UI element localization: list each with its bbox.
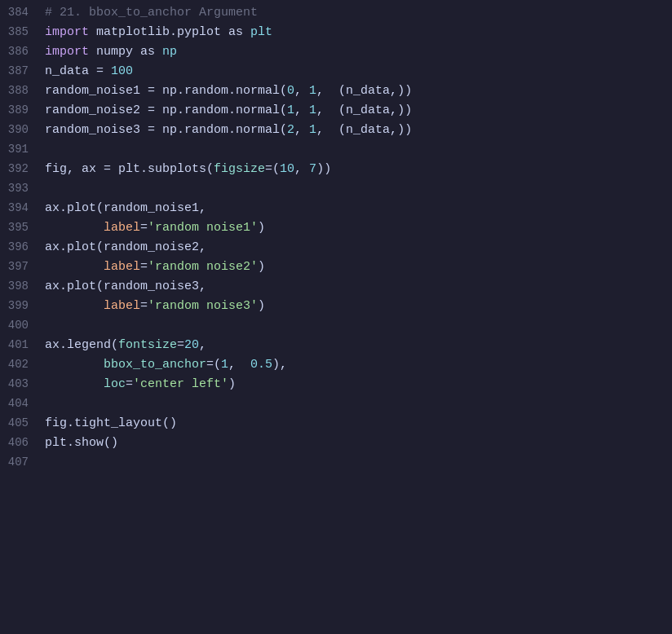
line-number: 401 <box>0 336 38 355</box>
code-token: = <box>126 375 133 394</box>
code-token: =( <box>265 160 280 178</box>
code-line: bbox_to_anchor=(1, 0.5), <box>45 355 672 375</box>
code-token: 1 <box>309 121 316 139</box>
code-token: 1 <box>287 101 294 120</box>
code-token: figsize <box>214 160 265 178</box>
code-editor: 3843853863873883893903913923933943953963… <box>0 0 672 634</box>
line-number: 390 <box>0 121 38 140</box>
line-number: 387 <box>0 62 38 81</box>
code-token: plt <box>250 23 272 42</box>
line-number: 407 <box>0 453 38 473</box>
code-line: import matplotlib.pyplot as plt <box>45 23 672 42</box>
code-token: 'random noise3' <box>148 297 258 315</box>
code-line: loc='center left') <box>45 375 672 394</box>
code-token: 20 <box>184 336 199 354</box>
code-line: fig.tight_layout() <box>45 414 672 434</box>
code-token <box>45 355 104 374</box>
code-token: = <box>140 218 148 237</box>
code-line <box>45 179 672 199</box>
code-token <box>155 42 162 61</box>
code-token: 10 <box>280 160 294 178</box>
code-token: ) <box>258 297 265 315</box>
line-number: 405 <box>0 414 38 434</box>
code-token: 'random noise1' <box>148 218 258 237</box>
code-token: , (n_data,)) <box>316 121 412 139</box>
code-line <box>45 453 672 473</box>
code-line: plt.show() <box>45 434 672 453</box>
line-number: 391 <box>0 140 38 160</box>
code-token: ) <box>228 375 236 394</box>
code-token: ax.plot(random_noise2, <box>45 238 206 257</box>
code-token: random_noise3 = np.random.normal( <box>45 121 287 139</box>
code-token: 1 <box>309 101 316 120</box>
line-number: 393 <box>0 179 38 199</box>
code-token: 2 <box>287 121 294 139</box>
code-token: n_data <box>45 62 96 81</box>
code-token: , <box>294 81 309 100</box>
code-line: ax.legend(fontsize=20, <box>45 336 672 355</box>
code-token: 'random noise2' <box>148 258 258 276</box>
code-token: label <box>104 258 140 276</box>
code-token: loc <box>104 375 126 394</box>
line-number: 385 <box>0 23 38 42</box>
line-number: 406 <box>0 434 38 453</box>
line-number: 397 <box>0 258 38 277</box>
line-number: 392 <box>0 160 38 179</box>
code-token <box>45 218 104 237</box>
code-token: np <box>162 42 177 61</box>
code-token: = <box>140 297 148 315</box>
code-token: fontsize <box>118 336 177 354</box>
code-token: ) <box>258 258 265 276</box>
line-number: 403 <box>0 375 38 394</box>
code-token: ax.plot(random_noise3, <box>45 277 206 296</box>
code-token: , <box>294 121 309 139</box>
line-number: 389 <box>0 101 38 121</box>
code-line: random_noise3 = np.random.normal(2, 1, (… <box>45 121 672 140</box>
code-token: =( <box>206 355 221 374</box>
code-line: random_noise2 = np.random.normal(1, 1, (… <box>45 101 672 121</box>
line-numbers: 3843853863873883893903913923933943953963… <box>0 2 45 634</box>
code-token: import <box>45 42 89 61</box>
code-token: = <box>140 258 148 276</box>
code-token: 7 <box>309 160 316 178</box>
code-token: 100 <box>111 62 133 81</box>
code-token <box>243 23 250 42</box>
code-token: = <box>177 336 184 354</box>
line-number: 384 <box>0 3 38 23</box>
code-token: , (n_data,)) <box>316 101 412 120</box>
line-number: 388 <box>0 81 38 101</box>
code-token: ), <box>272 355 287 374</box>
code-line <box>45 316 672 336</box>
code-token: # 21. bbox_to_anchor Argument <box>45 3 258 22</box>
code-line: label='random noise3') <box>45 297 672 316</box>
code-token: ) <box>258 218 265 237</box>
line-number: 404 <box>0 394 38 414</box>
code-token: bbox_to_anchor <box>104 355 206 374</box>
code-token: ax.plot(random_noise1, <box>45 199 206 218</box>
line-number: 398 <box>0 277 38 297</box>
code-token: fig, ax = plt.subplots( <box>45 160 214 178</box>
code-token: 0 <box>287 81 294 100</box>
code-token: = <box>96 62 111 81</box>
line-number: 402 <box>0 355 38 375</box>
line-number: 395 <box>0 218 38 238</box>
code-token <box>45 375 104 394</box>
code-token: import <box>45 23 89 42</box>
code-line: label='random noise2') <box>45 258 672 277</box>
code-line <box>45 394 672 414</box>
code-token: 0.5 <box>250 355 272 374</box>
code-token: , <box>294 160 309 178</box>
code-line: ax.plot(random_noise1, <box>45 199 672 218</box>
code-line: random_noise1 = np.random.normal(0, 1, (… <box>45 81 672 101</box>
code-token: random_noise1 = np.random.normal( <box>45 81 287 100</box>
code-token: plt.show() <box>45 434 118 452</box>
code-token: fig.tight_layout() <box>45 414 177 433</box>
code-token: , (n_data,)) <box>316 81 412 100</box>
code-token: )) <box>316 160 331 178</box>
line-number: 386 <box>0 42 38 62</box>
code-line <box>45 140 672 160</box>
code-token: 1 <box>221 355 228 374</box>
code-token: label <box>104 218 140 237</box>
code-token: as <box>228 23 243 42</box>
code-content: # 21. bbox_to_anchor Argumentimport matp… <box>45 2 672 634</box>
